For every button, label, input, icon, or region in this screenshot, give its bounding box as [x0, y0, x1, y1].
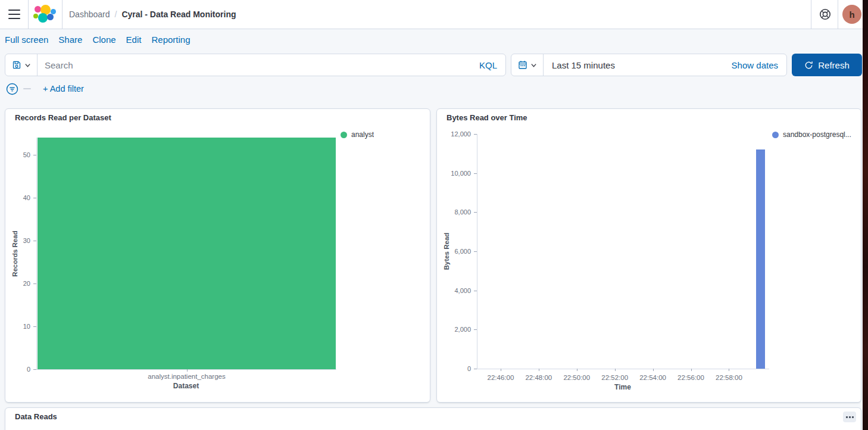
legend-item-analyst[interactable]: analyst: [341, 130, 374, 139]
y-axis-title: Records Read: [11, 230, 18, 276]
search-input[interactable]: [38, 60, 479, 70]
calendar-button[interactable]: [511, 54, 544, 76]
y-tick-mark: [33, 241, 36, 241]
y-tick-label: 50: [5, 151, 30, 159]
menu-edit[interactable]: Edit: [126, 35, 142, 45]
y-tick-mark: [474, 212, 477, 213]
legend-color-dot: [772, 132, 779, 138]
logo-blob-green: [33, 14, 38, 18]
add-filter-link[interactable]: + Add filter: [43, 84, 84, 94]
query-bar: KQL: [5, 54, 506, 76]
filter-bar: + Add filter: [6, 82, 84, 95]
bar[interactable]: [756, 149, 764, 369]
kibana-dashboard-page: Dashboard / Cyral - Data Read Monitoring…: [0, 0, 868, 430]
breadcrumb: Dashboard / Cyral - Data Read Monitoring: [69, 0, 236, 29]
y-tick-label: 8,000: [437, 208, 471, 216]
y-tick-mark: [33, 369, 36, 370]
date-picker: Last 15 minutes Show dates: [511, 54, 787, 76]
y-tick-label: 2,000: [437, 325, 471, 334]
y-tick-label: 0: [5, 365, 30, 373]
x-tick-mark: [615, 369, 616, 371]
y-tick-mark: [33, 283, 36, 284]
menu-hamburger-icon[interactable]: [7, 8, 21, 21]
y-tick-mark: [474, 173, 477, 174]
y-tick-mark: [474, 291, 477, 291]
elastic-logo[interactable]: [33, 5, 58, 24]
filter-icon[interactable]: [6, 83, 18, 95]
bar[interactable]: [38, 138, 336, 369]
x-axis-line: [477, 369, 769, 369]
save-icon: [12, 60, 21, 70]
refresh-button[interactable]: Refresh: [792, 54, 862, 76]
y-tick-label: 0: [437, 364, 471, 373]
chevron-down-icon: [530, 62, 537, 68]
x-tick-mark: [577, 369, 577, 371]
refresh-icon: [804, 61, 813, 70]
y-tick-mark: [33, 198, 36, 198]
legend-label: sandbox-postgresql...: [783, 130, 851, 139]
legend-label: analyst: [351, 130, 374, 139]
bytes-read-chart: 02,0004,0006,0008,00010,00012,000Bytes R…: [437, 109, 861, 402]
calendar-icon: [518, 60, 527, 70]
y-tick-mark: [33, 155, 36, 155]
legend-item-sandbox-postgresql[interactable]: sandbox-postgresql...: [772, 130, 851, 139]
top-nav-bar: Dashboard / Cyral - Data Read Monitoring…: [0, 0, 863, 29]
x-axis-title: Time: [563, 383, 682, 391]
breadcrumb-current-page: Cyral - Data Read Monitoring: [121, 10, 236, 19]
y-tick-label: 4,000: [437, 286, 471, 295]
y-tick-label: 12,000: [437, 130, 471, 138]
logo-blob-teal: [38, 13, 48, 23]
x-tick-mark: [653, 369, 654, 371]
y-tick-label: 20: [5, 279, 30, 288]
y-tick-label: 40: [5, 194, 30, 202]
menu-full-screen[interactable]: Full screen: [5, 35, 48, 45]
dashboard-menu: Full screen Share Clone Edit Reporting: [5, 35, 191, 45]
x-tick-mark: [539, 369, 539, 371]
y-tick-mark: [474, 329, 477, 330]
refresh-label: Refresh: [818, 60, 850, 70]
x-tick-mark: [501, 369, 501, 371]
y-tick-mark: [474, 369, 477, 369]
nav-separator: [62, 0, 63, 29]
user-avatar[interactable]: h: [842, 5, 861, 24]
chevron-down-icon: [24, 62, 31, 68]
panel-records-read-per-dataset: Records Read per Dataset 01020304050Reco…: [5, 108, 430, 403]
help-lifering-icon[interactable]: [817, 7, 833, 23]
panel-title[interactable]: Data Reads: [15, 412, 57, 421]
saved-query-button[interactable]: [5, 54, 38, 76]
y-tick-label: 10: [5, 322, 30, 331]
screen-edge-artifact: [863, 0, 868, 430]
panel-data-reads: Data Reads: [5, 407, 861, 430]
y-tick-mark: [474, 251, 477, 252]
x-tick-label: 22:58:00: [699, 373, 758, 382]
filter-separator-dash: [23, 88, 31, 89]
breadcrumb-separator: /: [115, 10, 117, 19]
x-tick-label: analyst.inpatient_charges: [98, 372, 276, 381]
records-read-chart: 01020304050Records ReadDatasetanalyst.in…: [5, 109, 430, 402]
menu-clone[interactable]: Clone: [92, 35, 115, 45]
nav-separator: [838, 0, 838, 29]
time-range-value[interactable]: Last 15 minutes: [544, 60, 732, 70]
panel-options-icon[interactable]: [843, 412, 856, 422]
y-tick-label: 10,000: [437, 169, 471, 177]
menu-share[interactable]: Share: [58, 35, 82, 45]
query-language-button[interactable]: KQL: [479, 60, 505, 70]
y-axis-title: Bytes Read: [443, 233, 450, 270]
nav-separator: [28, 0, 29, 29]
y-axis-line: [36, 138, 37, 369]
show-dates-link[interactable]: Show dates: [732, 60, 786, 70]
y-tick-mark: [474, 134, 477, 135]
x-tick-mark: [691, 369, 692, 371]
legend-color-dot: [341, 132, 347, 138]
logo-blob-darkblue: [47, 14, 54, 20]
y-tick-mark: [33, 326, 36, 327]
x-axis-title: Dataset: [127, 382, 246, 390]
menu-reporting[interactable]: Reporting: [151, 35, 190, 45]
panel-bytes-read-over-time: Bytes Read over Time 02,0004,0006,0008,0…: [436, 108, 861, 403]
y-tick-label: 6,000: [437, 247, 471, 255]
y-axis-line: [477, 134, 477, 369]
breadcrumb-dashboard[interactable]: Dashboard: [69, 10, 110, 19]
x-tick-mark: [729, 369, 729, 371]
x-tick-mark: [187, 369, 188, 372]
nav-separator: [811, 0, 811, 29]
